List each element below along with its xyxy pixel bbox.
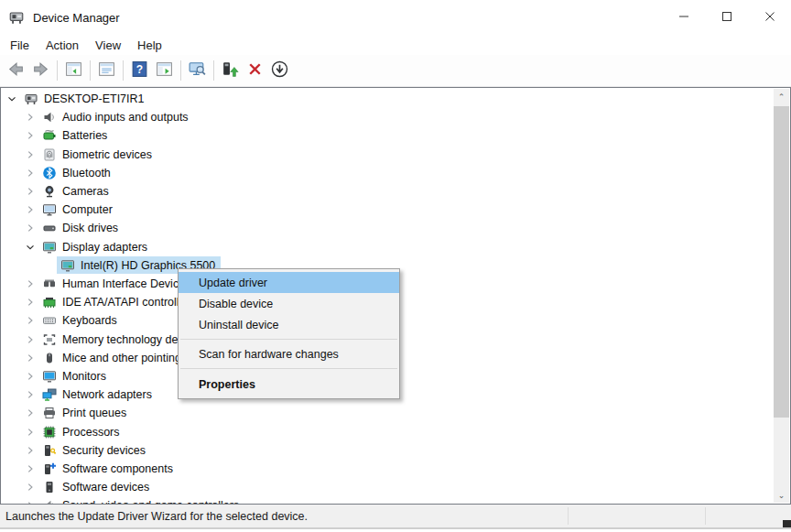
scroll-up-icon[interactable]: ⌃ <box>774 89 789 104</box>
tree-item-security-devices[interactable]: Security devices <box>1 441 774 460</box>
update-driver-button[interactable] <box>218 59 243 82</box>
device-manager-window: Device Manager FileActionViewHelp ? DESK… <box>0 0 791 532</box>
console-tree-button[interactable] <box>61 59 86 82</box>
minimize-button[interactable] <box>662 0 705 35</box>
menubar: FileActionViewHelp <box>0 35 791 55</box>
tree-item-content[interactable]: Sound, video and game controllers <box>38 497 244 505</box>
software-device-icon <box>42 480 57 494</box>
tree-item-display-adapters[interactable]: Display adapters <box>1 238 774 256</box>
properties-icon <box>97 60 116 81</box>
tree-item-content[interactable]: Disk drives <box>38 220 124 237</box>
properties-button[interactable] <box>94 59 119 82</box>
tree-item-disk-drives[interactable]: Disk drives <box>1 219 774 237</box>
chevron-right-icon[interactable] <box>22 351 38 365</box>
chevron-right-icon[interactable] <box>22 313 38 328</box>
titlebar: Device Manager <box>0 0 791 35</box>
maximize-button[interactable] <box>705 0 748 35</box>
tree-item-content[interactable]: Bluetooth <box>38 164 116 181</box>
toolbar: ? <box>0 55 791 87</box>
scrollbar-thumb[interactable] <box>774 106 789 418</box>
chevron-right-icon[interactable] <box>22 166 38 180</box>
tree-item-print-queues[interactable]: Print queues <box>1 404 774 422</box>
chevron-right-icon[interactable] <box>22 387 38 402</box>
menu-help[interactable]: Help <box>129 37 170 54</box>
action-pane-button[interactable] <box>152 59 177 82</box>
close-button[interactable] <box>748 0 791 35</box>
tree-item-software-components[interactable]: Software components <box>1 460 774 478</box>
chevron-right-icon[interactable] <box>22 369 38 384</box>
tree-item-computer[interactable]: Computer <box>1 201 774 219</box>
tree-item-content[interactable]: Software devices <box>38 479 155 496</box>
vertical-scrollbar[interactable]: ⌃ ⌄ <box>774 89 789 503</box>
chevron-right-icon[interactable] <box>22 277 38 291</box>
uninstall-button[interactable] <box>243 59 267 82</box>
tree-item-content[interactable]: Security devices <box>38 441 151 459</box>
context-menu-item-properties[interactable]: Properties <box>179 373 399 396</box>
back-button[interactable] <box>4 59 28 82</box>
tree-item-content[interactable]: Software components <box>38 461 179 478</box>
chevron-right-icon[interactable] <box>22 425 38 440</box>
chevron-right-icon[interactable] <box>22 406 38 420</box>
tree-item-desktop-eti7ir1[interactable]: DESKTOP-ETI7IR1 <box>1 90 774 108</box>
tree-item-label: Audio inputs and outputs <box>62 111 189 124</box>
chevron-right-icon[interactable] <box>22 443 38 458</box>
tree-item-bluetooth[interactable]: Bluetooth <box>1 164 774 182</box>
disable-icon <box>270 60 289 81</box>
resize-grip[interactable] <box>783 520 791 527</box>
tree-item-content[interactable]: Network adapters <box>38 386 157 404</box>
tree-item-content[interactable]: DESKTOP-ETI7IR1 <box>20 91 150 108</box>
tree-item-processors[interactable]: Processors <box>1 423 774 441</box>
chevron-down-icon[interactable] <box>4 92 20 106</box>
tree-item-content[interactable]: Processors <box>38 423 125 440</box>
tree-item-content[interactable]: Computer <box>38 201 118 219</box>
tree-item-sound-video-and-game-controllers[interactable]: Sound, video and game controllers <box>1 496 774 505</box>
context-menu-item-scan-for-hardware-changes[interactable]: Scan for hardware changes <box>179 343 399 364</box>
memory-icon <box>42 332 57 347</box>
tree-item-biometric-devices[interactable]: Biometric devices <box>1 146 774 164</box>
menu-view[interactable]: View <box>87 37 129 54</box>
chevron-right-icon[interactable] <box>22 128 38 143</box>
update-driver-icon <box>221 60 240 81</box>
tree-item-content[interactable]: Biometric devices <box>38 146 157 163</box>
tree-item-software-devices[interactable]: Software devices <box>1 478 774 496</box>
chevron-right-icon[interactable] <box>22 147 38 162</box>
chevron-right-icon[interactable] <box>22 202 38 217</box>
toolbar-separator <box>90 60 91 81</box>
chevron-right-icon[interactable] <box>22 332 38 347</box>
chevron-right-icon[interactable] <box>22 110 38 125</box>
monitor-icon <box>42 202 57 217</box>
chevron-right-icon[interactable] <box>22 480 38 494</box>
battery-icon <box>42 128 57 143</box>
scroll-down-icon[interactable]: ⌄ <box>774 487 789 503</box>
toolbar-separator <box>123 60 124 81</box>
chevron-right-icon[interactable] <box>22 498 38 505</box>
printer-icon <box>42 406 57 420</box>
back-icon <box>6 60 26 81</box>
context-menu-item-update-driver[interactable]: Update driver <box>179 272 399 293</box>
chevron-right-icon[interactable] <box>22 295 38 309</box>
tree-item-content[interactable]: Cameras <box>38 183 114 201</box>
chevron-right-icon[interactable] <box>22 461 38 476</box>
context-menu-item-disable-device[interactable]: Disable device <box>179 293 399 314</box>
help-button[interactable]: ? <box>127 59 152 82</box>
chevron-down-icon[interactable] <box>22 240 38 255</box>
chevron-right-icon[interactable] <box>22 221 38 235</box>
tree-item-content[interactable]: Batteries <box>38 127 113 145</box>
tree-item-content[interactable]: Display adapters <box>38 238 153 255</box>
disable-button[interactable] <box>267 59 292 82</box>
tree-item-content[interactable]: Audio inputs and outputs <box>38 109 194 126</box>
tree-item-content[interactable]: Keyboards <box>38 312 123 330</box>
scan-hardware-button[interactable] <box>185 59 210 82</box>
forward-button[interactable] <box>28 59 53 82</box>
tree-item-content[interactable]: Monitors <box>38 368 112 385</box>
tree-item-cameras[interactable]: Cameras <box>1 182 774 201</box>
menu-file[interactable]: File <box>2 37 38 54</box>
tree-item-content[interactable]: IDE ATA/ATAPI controllers <box>38 294 200 311</box>
tree-item-content[interactable]: Human Interface Devices <box>38 276 196 293</box>
tree-item-audio-inputs-and-outputs[interactable]: Audio inputs and outputs <box>1 108 774 126</box>
context-menu-item-uninstall-device[interactable]: Uninstall device <box>179 314 399 335</box>
menu-action[interactable]: Action <box>38 37 87 54</box>
tree-item-content[interactable]: Print queues <box>38 405 132 422</box>
chevron-right-icon[interactable] <box>22 184 38 199</box>
tree-item-batteries[interactable]: Batteries <box>1 126 774 145</box>
